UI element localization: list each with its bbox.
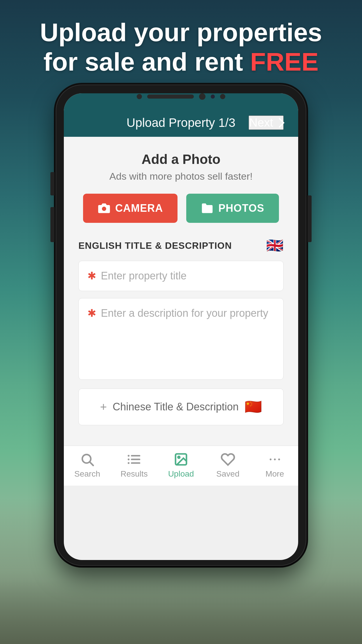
english-section-label: ENGLISH TITLE & DESCRIPTION — [78, 240, 232, 251]
plus-icon: + — [100, 400, 107, 414]
search-icon — [80, 452, 94, 467]
photos-label: PHOTOS — [218, 202, 264, 214]
hero-line2: for sale and rent — [43, 47, 250, 76]
chevron-right-icon — [275, 118, 284, 128]
phone-body: Upload Property 1/3 Next Add a Photo Ads… — [56, 85, 306, 566]
more-icon — [268, 452, 282, 467]
property-title-placeholder: Enter property title — [101, 270, 187, 282]
saved-nav-label: Saved — [216, 469, 239, 479]
chinese-section-label: Chinese Title & Description — [113, 401, 239, 413]
photos-icon — [201, 202, 214, 215]
search-nav-icon — [78, 452, 96, 467]
photos-button[interactable]: PHOTOS — [186, 194, 279, 223]
more-nav-label: More — [266, 469, 284, 479]
hero-free: FREE — [250, 47, 319, 76]
speaker-dot — [137, 94, 142, 99]
svg-point-10 — [178, 456, 180, 458]
volume-down-button — [50, 172, 55, 195]
chinese-title-toggle[interactable]: + Chinese Title & Description 🇨🇳 — [78, 388, 284, 425]
property-title-input[interactable]: ✱ Enter property title — [78, 261, 284, 291]
saved-nav-icon — [219, 452, 237, 467]
volume-up-button — [50, 207, 55, 242]
results-icon — [127, 452, 141, 467]
photo-buttons-row: CAMERA PHOTOS — [78, 194, 284, 223]
add-photo-section: Add a Photo Ads with more photos sell fa… — [78, 151, 284, 223]
upload-nav-icon — [172, 452, 190, 467]
property-description-input[interactable]: ✱ Enter a description for your property — [78, 298, 284, 380]
front-camera — [199, 93, 205, 100]
svg-point-6 — [128, 455, 129, 456]
camera-label: CAMERA — [115, 202, 163, 214]
search-nav-label: Search — [74, 469, 100, 479]
nav-more[interactable]: More — [251, 452, 298, 479]
sensor-dot — [211, 94, 215, 99]
nav-saved[interactable]: Saved — [204, 452, 251, 479]
add-photo-subtitle: Ads with more photos sell faster! — [78, 171, 284, 182]
sensor-dot2 — [220, 94, 225, 99]
svg-line-2 — [90, 462, 93, 465]
svg-point-8 — [128, 462, 129, 464]
english-section-header: ENGLISH TITLE & DESCRIPTION 🇬🇧 — [78, 237, 284, 254]
upload-nav-label: Upload — [168, 469, 194, 479]
svg-point-11 — [270, 459, 271, 460]
uk-flag-icon: 🇬🇧 — [266, 237, 284, 254]
svg-point-13 — [278, 459, 280, 460]
power-button — [307, 195, 312, 242]
camera-icon — [98, 202, 110, 215]
property-description-placeholder: Enter a description for your property — [101, 307, 268, 319]
required-star-title: ✱ — [87, 270, 96, 282]
app-header: Upload Property 1/3 Next — [64, 111, 298, 137]
results-nav-icon — [125, 452, 143, 467]
required-star-desc: ✱ — [87, 307, 96, 319]
svg-point-12 — [274, 459, 275, 460]
china-flag-icon: 🇨🇳 — [245, 399, 262, 415]
nav-search[interactable]: Search — [64, 452, 111, 479]
header-title: Upload Property 1/3 — [113, 116, 249, 130]
hero-text-area: Upload your properties for sale and rent… — [0, 18, 362, 76]
phone-screen: Upload Property 1/3 Next Add a Photo Ads… — [64, 93, 298, 560]
next-button[interactable]: Next — [249, 116, 284, 130]
bottom-nav: Search Results — [64, 446, 298, 486]
speaker-grill — [147, 94, 194, 99]
phone-top-bar — [137, 93, 225, 100]
nav-upload[interactable]: Upload — [158, 452, 205, 479]
app-content: Add a Photo Ads with more photos sell fa… — [64, 137, 298, 446]
add-photo-title: Add a Photo — [78, 151, 284, 167]
next-label: Next — [249, 116, 273, 129]
svg-point-7 — [128, 459, 129, 460]
upload-icon — [174, 452, 188, 467]
camera-button[interactable]: CAMERA — [83, 194, 178, 223]
nav-results[interactable]: Results — [111, 452, 158, 479]
phone-device: Upload Property 1/3 Next Add a Photo Ads… — [56, 85, 306, 566]
svg-point-0 — [102, 207, 106, 211]
heart-icon — [221, 452, 235, 467]
more-nav-icon — [266, 452, 284, 467]
results-nav-label: Results — [121, 469, 148, 479]
hero-line1: Upload your properties — [40, 18, 322, 47]
